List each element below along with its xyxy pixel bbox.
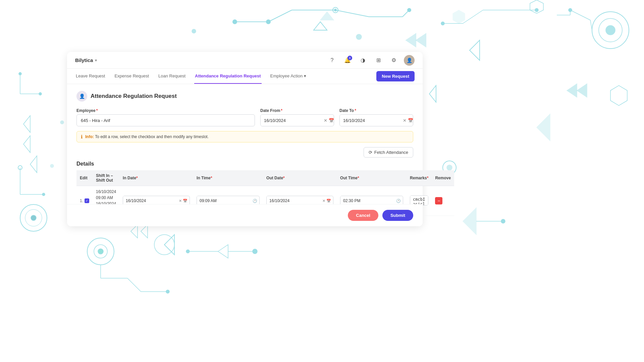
svg-marker-62 xyxy=(610,85,627,106)
tab-expense-request[interactable]: Expense Request xyxy=(114,69,150,84)
theme-toggle-button[interactable]: ◑ xyxy=(358,55,368,66)
svg-point-23 xyxy=(98,249,103,254)
remarks-input[interactable]: cmcbIasicl xyxy=(410,195,428,205)
apps-icon: ⊞ xyxy=(376,57,381,63)
svg-marker-61 xyxy=(530,0,543,13)
fetch-attendance-button[interactable]: ⟳ Fetch Attendance xyxy=(364,147,413,158)
col-shift: Shift In – Shift Out xyxy=(93,170,119,186)
svg-marker-35 xyxy=(218,245,228,258)
brand-area[interactable]: Bilytica ▾ xyxy=(75,57,97,63)
avatar-icon: 👤 xyxy=(407,58,412,63)
svg-marker-52 xyxy=(429,85,436,102)
row-checkbox[interactable]: ✓ xyxy=(85,198,89,203)
svg-marker-4 xyxy=(23,116,30,132)
section-title: Details xyxy=(76,161,413,167)
date-from-clear-icon[interactable]: ✕ xyxy=(324,118,327,123)
svg-point-42 xyxy=(50,164,54,168)
out-time-clock-icon[interactable]: 🕐 xyxy=(396,199,403,203)
in-time-clock-icon[interactable]: 🕐 xyxy=(253,199,259,203)
svg-point-38 xyxy=(192,29,196,33)
svg-point-69 xyxy=(501,219,505,223)
avatar[interactable]: 👤 xyxy=(404,55,415,66)
date-to-input-wrapper: ✕ 📅 xyxy=(339,114,413,126)
employee-form-group: Employee* xyxy=(76,108,255,126)
in-date-clear-icon[interactable]: ✕ xyxy=(179,199,182,203)
svg-point-21 xyxy=(87,238,114,265)
svg-marker-81 xyxy=(314,22,327,30)
svg-point-72 xyxy=(266,20,270,24)
out-date-calendar-icon[interactable]: 📅 xyxy=(326,199,331,203)
svg-point-58 xyxy=(535,8,538,12)
page-header: 👤 Attendance Regulation Request xyxy=(76,91,413,102)
sync-icon: ⟳ xyxy=(369,150,372,155)
svg-marker-5 xyxy=(23,136,30,153)
svg-point-2 xyxy=(19,72,21,75)
svg-point-43 xyxy=(592,12,629,49)
footer-actions: Cancel Submit xyxy=(67,204,423,226)
svg-point-45 xyxy=(606,25,615,35)
svg-point-12 xyxy=(25,209,42,226)
svg-marker-67 xyxy=(463,208,476,235)
date-to-input[interactable] xyxy=(340,115,403,126)
svg-point-66 xyxy=(447,165,452,170)
svg-line-47 xyxy=(590,20,592,30)
svg-point-10 xyxy=(42,193,45,196)
svg-marker-53 xyxy=(537,114,550,141)
chevron-down-icon: ▾ xyxy=(304,73,306,78)
svg-line-77 xyxy=(335,10,369,17)
tab-leave-request[interactable]: Leave Request xyxy=(75,69,106,84)
col-in-date: In Date* xyxy=(119,170,193,186)
page-icon: 👤 xyxy=(76,91,87,102)
date-from-input-wrapper: ✕ 📅 xyxy=(260,114,334,126)
notifications-button[interactable]: 🔔 8 xyxy=(342,55,353,66)
svg-point-75 xyxy=(333,7,338,13)
date-from-form-group: Date From* ✕ 📅 xyxy=(260,108,334,126)
table-header-row: Edit Shift In – Shift Out In Date* In Ti… xyxy=(76,170,454,186)
required-star: * xyxy=(96,108,98,113)
col-remove: Remove xyxy=(432,170,454,186)
page-title: Attendance Regulation Request xyxy=(91,93,177,100)
info-banner: ℹ Info: To edit a row, select the checkb… xyxy=(76,131,413,142)
brand-name: Bilytica xyxy=(75,57,93,63)
employee-input[interactable] xyxy=(76,114,255,126)
tab-attendance-regulation-request[interactable]: Attendance Regulation Request xyxy=(194,69,261,84)
svg-line-73 xyxy=(268,10,292,22)
svg-marker-60 xyxy=(577,84,587,97)
svg-point-37 xyxy=(253,249,257,254)
new-request-button[interactable]: New Request xyxy=(376,71,415,81)
remove-row-button[interactable]: − xyxy=(435,197,442,204)
tab-loan-request[interactable]: Loan Request xyxy=(158,69,186,84)
date-from-label: Date From* xyxy=(260,108,334,113)
svg-point-64 xyxy=(356,34,362,40)
tab-employee-action[interactable]: Employee Action ▾ xyxy=(270,69,307,84)
svg-line-46 xyxy=(570,10,590,20)
date-from-calendar-icon[interactable]: 📅 xyxy=(329,118,334,123)
apps-button[interactable]: ⊞ xyxy=(373,55,384,66)
top-bar: Bilytica ▾ ? 🔔 8 ◑ ⊞ ⚙ 👤 xyxy=(67,52,423,69)
info-text: To edit a row, select the checkbox and t… xyxy=(95,134,209,139)
svg-marker-59 xyxy=(567,84,577,97)
out-date-clear-icon[interactable]: ✕ xyxy=(322,199,325,203)
svg-point-76 xyxy=(334,9,336,11)
help-button[interactable]: ? xyxy=(327,55,337,66)
notification-badge: 8 xyxy=(347,56,352,60)
theme-icon: ◑ xyxy=(361,57,365,63)
submit-button[interactable]: Submit xyxy=(382,210,413,221)
svg-point-48 xyxy=(569,8,572,12)
svg-point-9 xyxy=(18,166,22,170)
date-to-clear-icon[interactable]: ✕ xyxy=(403,118,407,123)
svg-point-80 xyxy=(408,8,411,12)
date-to-label: Date To* xyxy=(339,108,413,113)
question-icon: ? xyxy=(331,57,334,63)
in-date-calendar-icon[interactable]: 📅 xyxy=(183,199,187,203)
date-to-calendar-icon[interactable]: 📅 xyxy=(408,118,413,123)
svg-marker-51 xyxy=(470,40,480,60)
app-container: Bilytica ▾ ? 🔔 8 ◑ ⊞ ⚙ 👤 xyxy=(67,52,423,226)
remove-cell: − xyxy=(432,186,454,216)
top-bar-icons: ? 🔔 8 ◑ ⊞ ⚙ 👤 xyxy=(327,55,415,66)
info-icon: ℹ xyxy=(81,134,83,139)
date-from-input[interactable] xyxy=(261,115,324,126)
cancel-button[interactable]: Cancel xyxy=(348,210,378,221)
svg-point-3 xyxy=(39,93,42,95)
settings-button[interactable]: ⚙ xyxy=(388,55,399,66)
